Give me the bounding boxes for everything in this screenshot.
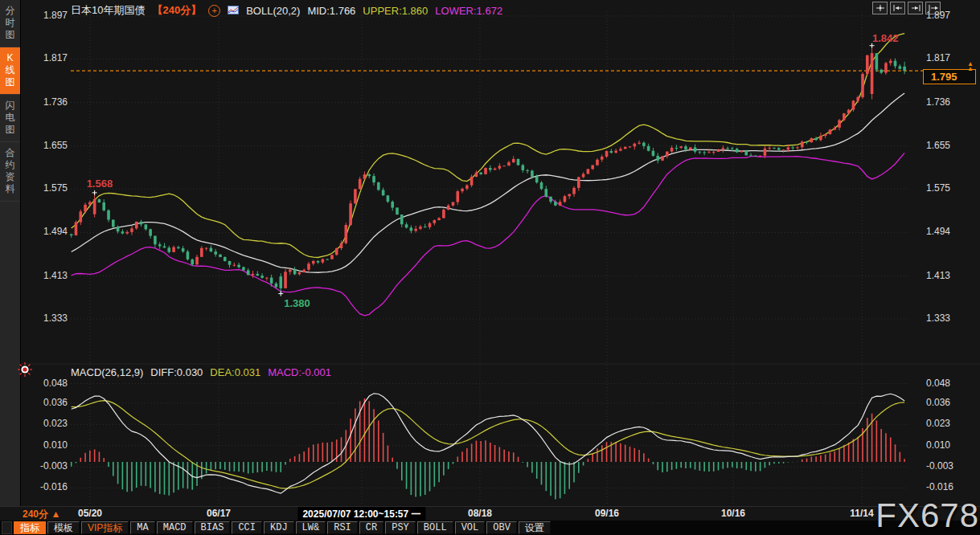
boll-lower-value: LOWER:1.672 [435,5,502,17]
toolbar-button-VOL[interactable]: VOL [455,521,486,534]
price-tick-right: 1.817 [926,52,950,63]
alert-icon[interactable] [17,361,33,381]
candlestick-chart-canvas: 1.5681.3801.842 [0,0,980,535]
chart-application: 1.5681.3801.842 分时图K线图闪电图合约资料 日本10年期国债 【… [0,0,980,535]
toolbar-button-设置[interactable]: 设置 [519,521,551,534]
svg-text:1.842: 1.842 [872,32,899,44]
macd-tick-right: 0.010 [926,439,950,451]
toolbar-button-BOLL[interactable]: BOLL [417,521,453,534]
price-tick-right: 1.897 [926,10,950,21]
macd-tick-right: -0.016 [926,481,953,492]
date-label: 05/20 [78,508,102,519]
chart-header: 日本10年期国债 【240分】 + BOLL(20,2) MID:1.766 U… [71,3,502,18]
svg-text:1.380: 1.380 [284,297,310,309]
period-selector[interactable]: 240分 ▲ [23,508,60,521]
toolbar-button-指标[interactable]: 指标 [14,521,46,534]
date-label: 10/16 [721,508,745,519]
add-compare-icon[interactable]: + [208,5,220,17]
price-tick-right: 1.736 [926,96,950,108]
macd-dea-value: DEA:0.031 [210,366,260,378]
macd-header: MACD(26,12,9) DIFF:0.030 DEA:0.031 MACD:… [71,366,331,378]
macd-hist-value: MACD:-0.001 [268,366,331,378]
indicator-toolbar: 指标模板VIP指标MAMACDBIASCCIKDJLW&RSICRPSYBOLL… [0,521,980,535]
price-up-arrow-icon: ▲▲ [967,62,974,71]
toolbar-button-VIP指标[interactable]: VIP指标 [81,521,129,534]
sidebar-tab-3[interactable]: 闪电图 [0,95,20,142]
macd-diff-value: DIFF:0.030 [150,366,203,378]
chart-type-sidebar: 分时图K线图闪电图合约资料 [0,0,21,506]
boll-label: BOLL(20,2) [246,5,300,17]
price-tick-right: 1.655 [926,140,950,151]
price-tick-right: 1.575 [926,182,950,194]
macd-tick-right: 0.048 [926,378,950,389]
toolbar-spacer [2,521,12,534]
toolbar-button-模板[interactable]: 模板 [47,521,80,534]
chart-thumbnail-icon[interactable] [228,5,239,17]
toolbar-button-MACD[interactable]: MACD [157,521,193,534]
toolbar-button-PSY[interactable]: PSY [385,521,416,534]
time-axis-row: 240分 ▲ 05/2006/1708/1809/1610/1611/14 20… [0,506,980,521]
macd-tick-right: 0.036 [926,397,950,408]
boll-upper-value: UPPER:1.860 [363,5,428,17]
period-badge: 【240分】 [152,3,201,18]
sidebar-tab-2[interactable]: K线图 [0,47,20,95]
macd-tick-right: -0.003 [926,460,953,472]
move-chart-icon[interactable] [872,2,888,14]
price-tick-right: 1.494 [926,226,950,237]
sidebar-tab-1[interactable]: 分时图 [0,0,20,47]
toolbar-button-CCI[interactable]: CCI [232,521,262,534]
expand-xaxis-icon[interactable] [908,2,923,14]
price-tick-right: 1.413 [926,270,950,281]
macd-tick-right: 0.023 [926,418,950,429]
toolbar-button-OBV[interactable]: OBV [486,521,517,534]
date-label: 08/18 [468,508,492,519]
date-label: 06/17 [207,508,231,519]
date-label: 11/14 [850,508,873,519]
toolbar-button-KDJ[interactable]: KDJ [264,521,294,534]
toolbar-button-CR[interactable]: CR [359,521,383,534]
instrument-title: 日本10年期国债 [71,3,145,18]
sidebar-tab-4[interactable]: 合约资料 [0,142,20,202]
macd-params-label: MACD(26,12,9) [71,366,143,378]
toolbar-button-MA[interactable]: MA [130,521,154,534]
toolbar-button-RSI[interactable]: RSI [327,521,358,534]
toolbar-button-LW&[interactable]: LW& [296,521,326,534]
date-label: 09/16 [595,508,619,519]
compress-xaxis-icon[interactable] [890,2,905,14]
price-tick-right: 1.333 [926,312,950,324]
toolbar-button-BIAS[interactable]: BIAS [195,521,231,534]
svg-text:1.568: 1.568 [87,178,113,190]
boll-mid-value: MID:1.766 [307,5,355,17]
